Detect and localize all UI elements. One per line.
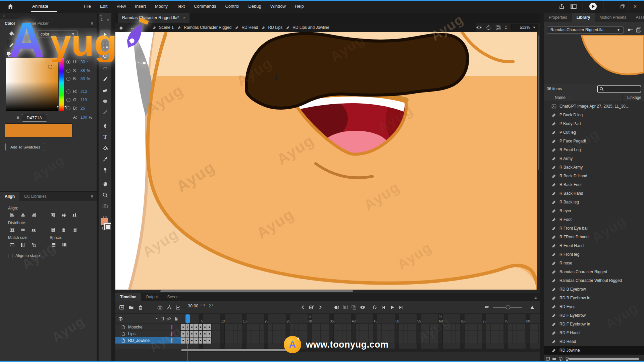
library-item-rd-head[interactable]: RD Head [544, 337, 644, 346]
zoom-tool[interactable] [100, 190, 110, 200]
panel-collapse-icon[interactable]: « [0, 13, 97, 19]
breadcrumb-rd-head[interactable]: RD Head [235, 25, 258, 30]
align-middle-v-icon[interactable] [60, 212, 68, 219]
library-item-rd-eyes[interactable]: RD Eyes [544, 302, 644, 311]
step-back-icon[interactable] [380, 304, 387, 311]
close-icon[interactable]: ✕ [629, 1, 641, 11]
keyframe-cell[interactable] [203, 338, 207, 344]
align-to-stage-checkbox[interactable] [8, 254, 12, 258]
pin-icon[interactable] [627, 28, 633, 32]
space-vertical-icon[interactable] [50, 241, 58, 248]
oval-tool[interactable] [100, 96, 110, 106]
library-item-r-back-d-hand[interactable]: R Back D Hand [544, 172, 644, 180]
menu-window[interactable]: Window [270, 4, 286, 9]
match-width-icon[interactable] [8, 241, 16, 248]
frame-grid[interactable]: 51015202530354045505560657075801s2s [181, 314, 540, 349]
library-item-r-back-leg[interactable]: R Back leg [544, 198, 644, 206]
keyframe-cell[interactable] [203, 331, 207, 337]
menu-control[interactable]: Control [225, 4, 239, 9]
channel-radio[interactable] [66, 69, 70, 73]
layer-color-swatch[interactable] [171, 325, 172, 329]
rotation-icon[interactable] [486, 25, 491, 31]
color-picker-selector[interactable] [48, 65, 52, 69]
library-item-rd-b-eyebrow[interactable]: RD B Eyebrow [544, 285, 644, 294]
keyframe-cell[interactable] [199, 331, 203, 337]
menu-animate[interactable]: Animate [32, 4, 48, 9]
timeline-scrollbar[interactable] [181, 349, 540, 352]
library-item-r-back-foot[interactable]: R Back Foot [544, 180, 644, 189]
new-symbol-icon[interactable] [546, 357, 550, 361]
classic-brush-tool[interactable] [100, 74, 110, 84]
selection-tool[interactable] [100, 29, 110, 40]
keyframe-cell[interactable] [190, 338, 194, 344]
library-search-input[interactable] [597, 85, 641, 93]
step-forward-icon[interactable] [397, 304, 405, 311]
breadcrumb-rd-lips[interactable]: RD Lips [261, 25, 282, 30]
library-item-rd-jowline[interactable]: RD Jowline [544, 346, 644, 355]
zoom-stepper[interactable]: ▲▼ [505, 25, 507, 30]
tab-frame-picker[interactable]: Frame Picker [20, 19, 53, 28]
linkage-column-header[interactable]: Linkage [627, 95, 641, 100]
keyframe-cell[interactable] [181, 338, 185, 344]
channel-value[interactable]: 100 [80, 115, 87, 120]
breadcrumb-rd-lips-and-jowline[interactable]: RD Lips and Jowline [286, 25, 329, 30]
stroke-color-chip[interactable] [104, 223, 111, 230]
free-transform-tool[interactable] [100, 41, 110, 51]
library-item-r-front-d-hand[interactable]: R FRont D hand [544, 233, 644, 241]
dist-top-icon[interactable] [8, 227, 16, 233]
onion-skin-icon[interactable] [333, 304, 340, 311]
layer-rd_jowline[interactable]: RD_Jowline [115, 337, 181, 344]
center-frame-icon[interactable] [476, 25, 482, 30]
playhead[interactable] [185, 314, 190, 323]
menu-insert[interactable]: Insert [135, 4, 146, 9]
library-item-r-eyer[interactable]: R eyer [544, 206, 644, 215]
dist-bottom-icon[interactable] [30, 227, 38, 233]
keyframe-cell[interactable] [190, 324, 194, 330]
menu-commands[interactable]: Commands [194, 4, 216, 9]
library-column-headers[interactable]: Name ↑ Linkage [544, 93, 644, 102]
camera-icon[interactable] [156, 304, 164, 311]
tab-output[interactable]: Output [141, 293, 162, 301]
channel-value[interactable]: 83 [80, 76, 85, 81]
menu-help[interactable]: Help [295, 4, 304, 9]
channel-value[interactable]: 30 [80, 60, 85, 64]
next-keyframe-icon[interactable] [317, 304, 324, 311]
restore-icon[interactable] [616, 1, 629, 11]
tab-cc-libraries[interactable]: CC Libraries [19, 192, 51, 201]
library-item-chatgpt-image-apr-27-2025-11-3[interactable]: ChatGPT Image Apr 27, 2025, 11_38… [544, 102, 644, 111]
channel-value[interactable]: 26 [80, 106, 85, 111]
keyframe-cell[interactable] [203, 324, 207, 330]
menu-debug[interactable]: Debug [248, 4, 261, 9]
library-document-dropdown[interactable]: Ramdas Character Rigged.fla ▼ [547, 26, 624, 34]
new-folder-icon[interactable] [552, 357, 556, 361]
library-horizontal-scrollbar[interactable] [568, 358, 639, 360]
frames-mooche[interactable] [181, 324, 540, 330]
dist-right-icon[interactable] [70, 227, 78, 233]
menu-file[interactable]: File [84, 4, 91, 9]
library-item-p-face-pagadi[interactable]: P Face Pagadi [544, 137, 644, 145]
keyframe-cell[interactable] [207, 338, 211, 344]
back-arrow-icon[interactable]: ← [130, 25, 135, 31]
panel-menu-icon[interactable]: ≡ [534, 293, 540, 301]
onion-outlines-icon[interactable] [341, 304, 349, 311]
library-item-ramdas-character-rigged[interactable]: Ramdas Character Rigged [544, 267, 644, 276]
keyframe-cell[interactable] [199, 338, 203, 344]
match-height-icon[interactable] [19, 241, 27, 248]
new-layer-icon[interactable] [118, 304, 125, 311]
library-item-r-army[interactable]: R Army [544, 154, 644, 163]
document-tab[interactable]: Ramdas Character Rigged.fla* × [118, 13, 190, 23]
new-library-panel-icon[interactable] [636, 27, 641, 33]
test-movie-icon[interactable] [589, 2, 597, 10]
keyframe-cell[interactable] [194, 338, 198, 344]
library-item-p-back-d-leg[interactable]: P Back D leg [544, 111, 644, 119]
workspace-icon[interactable] [571, 4, 577, 9]
library-item-r-front-hand[interactable]: R Front Hand [544, 241, 644, 250]
zoom-level-dropdown[interactable]: 513% ▼ [511, 24, 538, 31]
add-to-swatches-button[interactable]: Add To Swatches [5, 143, 45, 151]
reset-zoom-icon[interactable] [483, 304, 490, 311]
delete-icon[interactable] [137, 304, 144, 311]
channel-value[interactable]: 212 [80, 89, 87, 94]
onion-range-icon[interactable] [359, 304, 366, 311]
timeline-zoom-knob[interactable] [506, 305, 510, 309]
frames-rd_jowline[interactable] [181, 337, 540, 344]
